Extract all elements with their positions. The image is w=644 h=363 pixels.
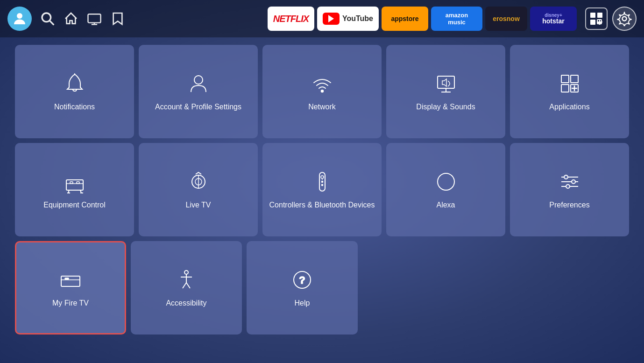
- svg-rect-27: [66, 180, 83, 190]
- netflix-app-button[interactable]: NETFLIX: [268, 7, 314, 31]
- svg-rect-8: [590, 20, 595, 25]
- my-fire-tv-icon: [58, 268, 83, 292]
- remote-controller-icon: [310, 170, 334, 194]
- svg-rect-30: [77, 182, 79, 184]
- search-icon: [40, 11, 55, 26]
- help-tile-label: Help: [295, 299, 310, 308]
- svg-rect-7: [597, 13, 602, 18]
- preferences-tile-label: Preferences: [549, 200, 589, 210]
- svg-point-16: [194, 76, 203, 84]
- netflix-label: NETFLIX: [273, 14, 309, 24]
- equipment-control-tile-label: Equipment Control: [43, 200, 106, 210]
- my-fire-tv-tile[interactable]: My Fire TV: [15, 241, 126, 335]
- network-tile[interactable]: Network: [262, 45, 382, 138]
- my-fire-tv-tile-label: My Fire TV: [52, 299, 89, 308]
- hotstar-label: hotstar: [542, 18, 564, 25]
- youtube-label: YouTube: [342, 14, 373, 23]
- erosnow-label: erosnow: [493, 15, 520, 22]
- controllers-bluetooth-tile-label: Controllers & Bluetooth Devices: [269, 200, 375, 210]
- accessibility-icon: [174, 268, 198, 292]
- home-icon: [64, 11, 78, 26]
- settings-button[interactable]: [612, 7, 637, 31]
- network-tile-label: Network: [308, 102, 336, 112]
- display-sounds-tile[interactable]: Display & Sounds: [386, 45, 505, 138]
- svg-line-2: [50, 21, 54, 25]
- settings-row-3: My Fire TV Accessibility ? Help: [15, 241, 629, 335]
- all-apps-button[interactable]: [585, 7, 608, 30]
- tv-icon: [87, 11, 102, 26]
- svg-point-0: [17, 13, 22, 19]
- display-sounds-icon: [434, 71, 458, 96]
- youtube-logo-icon: [323, 13, 340, 25]
- help-tile[interactable]: ? Help: [247, 241, 358, 335]
- home-button[interactable]: [64, 11, 78, 26]
- alexa-tile[interactable]: Alexa: [386, 143, 505, 236]
- svg-rect-52: [65, 278, 69, 279]
- bookmark-button[interactable]: [110, 11, 125, 26]
- header-right: [585, 7, 637, 31]
- applications-icon: [558, 71, 582, 96]
- bookmark-icon: [110, 11, 125, 26]
- svg-point-17: [321, 90, 323, 92]
- svg-line-56: [183, 283, 186, 288]
- notifications-icon: [63, 71, 87, 96]
- avatar[interactable]: [7, 7, 32, 31]
- amazon-music-label: amazon music: [437, 12, 477, 26]
- settings-row-2: Equipment Control Live TV Controllers & …: [15, 143, 629, 236]
- svg-rect-6: [590, 13, 595, 18]
- tv-button[interactable]: [87, 11, 102, 26]
- preferences-icon: [558, 170, 582, 194]
- display-sounds-tile-label: Display & Sounds: [416, 102, 475, 112]
- network-wifi-icon: [310, 71, 334, 96]
- svg-line-57: [186, 283, 190, 288]
- svg-point-1: [42, 13, 51, 22]
- header-apps: NETFLIX YouTube appstore amazon music er…: [268, 7, 577, 31]
- accessibility-tile[interactable]: Accessibility: [131, 241, 242, 335]
- controllers-bluetooth-tile[interactable]: Controllers & Bluetooth Devices: [262, 143, 382, 236]
- preferences-tile[interactable]: Preferences: [510, 143, 629, 236]
- help-icon: ?: [290, 268, 314, 292]
- live-tv-tile[interactable]: Live TV: [139, 143, 258, 236]
- svg-point-49: [566, 185, 570, 188]
- header: NETFLIX YouTube appstore amazon music er…: [0, 0, 644, 37]
- svg-point-48: [572, 180, 575, 184]
- appstore-app-button[interactable]: appstore: [382, 7, 428, 31]
- svg-rect-29: [70, 182, 73, 184]
- svg-rect-22: [571, 75, 578, 83]
- appstore-label: appstore: [391, 15, 418, 22]
- svg-point-43: [438, 173, 454, 190]
- live-tv-icon: [186, 170, 211, 194]
- svg-text:?: ?: [299, 274, 305, 286]
- search-button[interactable]: [40, 11, 55, 26]
- equipment-control-tile[interactable]: Equipment Control: [15, 143, 134, 236]
- settings-gear-icon: [617, 11, 632, 26]
- notifications-tile-label: Notifications: [54, 102, 95, 112]
- alexa-tile-label: Alexa: [436, 200, 455, 210]
- account-profile-icon: [186, 71, 211, 96]
- live-tv-tile-label: Live TV: [186, 200, 211, 210]
- notifications-tile[interactable]: Notifications: [15, 45, 134, 138]
- account-profile-tile[interactable]: Account & Profile Settings: [139, 45, 258, 138]
- user-avatar-icon: [11, 10, 28, 27]
- svg-point-53: [184, 270, 188, 274]
- applications-tile[interactable]: Applications: [510, 45, 629, 138]
- svg-point-40: [321, 181, 323, 182]
- account-profile-tile-label: Account & Profile Settings: [155, 102, 241, 112]
- equipment-control-icon: [63, 170, 87, 194]
- svg-rect-50: [61, 276, 80, 286]
- svg-point-14: [623, 17, 627, 21]
- amazon-music-app-button[interactable]: amazon music: [431, 7, 482, 31]
- svg-rect-21: [561, 75, 569, 83]
- applications-tile-label: Applications: [549, 102, 589, 112]
- header-left: [7, 7, 125, 31]
- erosnow-app-button[interactable]: erosnow: [485, 7, 527, 31]
- hotstar-app-button[interactable]: disney+ hotstar: [530, 7, 577, 31]
- settings-grid: Notifications Account & Profile Settings…: [0, 37, 644, 342]
- settings-row-1: Notifications Account & Profile Settings…: [15, 45, 629, 138]
- svg-point-39: [321, 176, 324, 178]
- svg-rect-23: [561, 85, 569, 92]
- alexa-icon: [434, 170, 458, 194]
- youtube-app-button[interactable]: YouTube: [317, 7, 379, 31]
- svg-rect-3: [88, 14, 100, 22]
- svg-point-41: [321, 184, 323, 185]
